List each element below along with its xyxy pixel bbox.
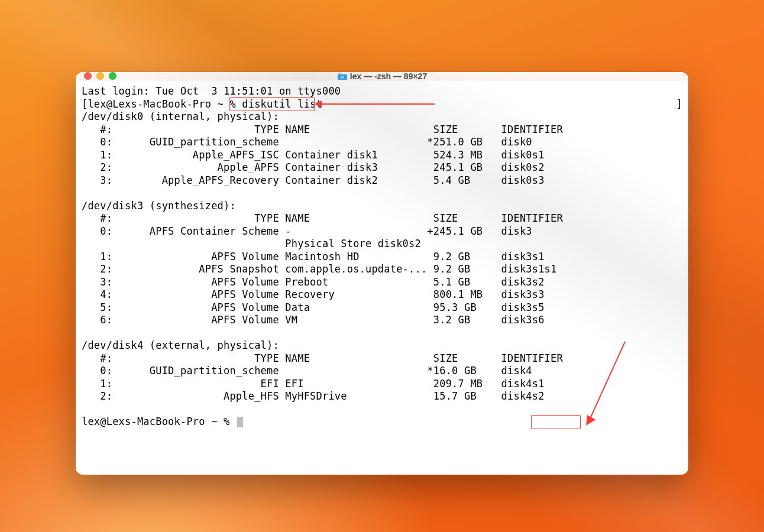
terminal-window: lex — -zsh — 89×27 Last login: Tue Oct 3…: [76, 72, 688, 475]
disk4-device: /dev/disk4 (external, physical):: [82, 339, 279, 351]
window-title-text: lex — -zsh — 89×27: [350, 72, 427, 81]
table-row: 0: GUID_partition_scheme *251.0 GB disk0: [82, 136, 532, 148]
window-title: lex — -zsh — 89×27: [76, 72, 688, 81]
table-row: 3: APFS Volume Preboot 5.1 GB disk3s2: [82, 276, 545, 288]
table-row: 3: Apple_APFS_Recovery Container disk2 5…: [82, 174, 545, 186]
prompt-line-1: [lex@Lexs-MacBook-Pro ~ % diskutil list]: [82, 98, 322, 110]
zoom-button[interactable]: [109, 72, 116, 80]
table-row: 1: APFS Volume Macintosh HD 9.2 GB disk3…: [82, 251, 545, 262]
cursor-icon: [237, 417, 243, 427]
minimize-button[interactable]: [96, 72, 104, 80]
disk0-header: #: TYPE NAME SIZE IDENTIFIER: [82, 124, 563, 135]
traffic-lights: [76, 72, 116, 80]
table-row: 6: APFS Volume VM 3.2 GB disk3s6: [82, 314, 545, 326]
prompt-line-2: lex@Lexs-MacBook-Pro ~ %: [82, 416, 243, 427]
close-button[interactable]: [84, 72, 92, 80]
table-row: 5: APFS Volume Data 95.3 GB disk3s5: [82, 301, 545, 313]
annotation-arrow-command: [313, 98, 438, 110]
table-row: 2: APFS Snapshot com.apple.os.update-...…: [82, 263, 556, 275]
disk3-device: /dev/disk3 (synthesized):: [82, 200, 236, 212]
last-login-line: Last login: Tue Oct 3 11:51:01 on ttys00…: [82, 85, 341, 97]
window-titlebar[interactable]: lex — -zsh — 89×27: [76, 72, 688, 80]
home-folder-icon: [337, 72, 347, 80]
table-row: 1: Apple_APFS_ISC Container disk1 524.3 …: [82, 149, 545, 161]
typed-command: diskutil list: [242, 98, 322, 110]
table-row: Physical Store disk0s2: [82, 238, 421, 249]
table-row: 0: APFS Container Scheme - +245.1 GB dis…: [82, 225, 532, 237]
disk3-header: #: TYPE NAME SIZE IDENTIFIER: [82, 212, 563, 224]
table-row: 2: Apple_HFS MyHFSDrive 15.7 GB disk4s2: [82, 390, 545, 402]
table-row: 1: EFI EFI 209.7 MB disk4s1: [82, 378, 545, 390]
table-row: 0: GUID_partition_scheme *16.0 GB disk4: [82, 365, 532, 377]
disk0-device: /dev/disk0 (internal, physical):: [82, 111, 279, 122]
annotation-identifier-box: [531, 415, 581, 429]
annotation-arrow-identifier: [581, 339, 629, 428]
terminal-content[interactable]: Last login: Tue Oct 3 11:51:01 on ttys00…: [76, 80, 688, 475]
svg-line-1: [590, 342, 625, 420]
table-row: 2: Apple_APFS Container disk3 245.1 GB d…: [82, 161, 545, 173]
table-row: 4: APFS Volume Recovery 800.1 MB disk3s3: [82, 288, 545, 300]
disk4-header: #: TYPE NAME SIZE IDENTIFIER: [82, 352, 563, 364]
desktop-background: lex — -zsh — 89×27 Last login: Tue Oct 3…: [0, 0, 764, 532]
